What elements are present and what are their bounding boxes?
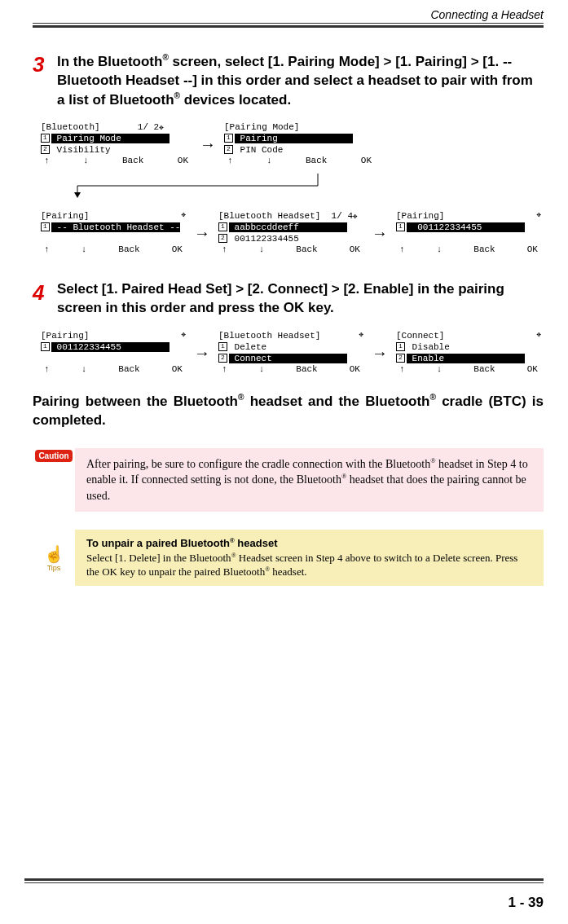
step-body: In the Bluetooth® screen, select [1. Pai… bbox=[57, 52, 544, 109]
dpad-icon: ✥ bbox=[359, 331, 363, 340]
arrow-right-icon: → bbox=[367, 224, 393, 243]
footer-rules bbox=[24, 878, 544, 883]
menu-item-selected: Connect bbox=[229, 354, 347, 363]
arrow-right-icon: → bbox=[189, 224, 215, 243]
screen-title: [Bluetooth] 1/ 2 bbox=[41, 122, 159, 132]
softkey-up: ↑ bbox=[44, 364, 50, 376]
screen-title: [Connect] bbox=[396, 331, 444, 341]
tip-box: ☝ Tips To unpair a paired Bluetooth® hea… bbox=[33, 530, 544, 586]
menu-item: Visibility bbox=[51, 145, 111, 155]
menu-item-selected: 001122334455 bbox=[407, 222, 525, 232]
item-index: 1 bbox=[224, 134, 233, 143]
softkey-down: ↓ bbox=[437, 244, 443, 256]
screen-title: [Pairing] bbox=[41, 211, 89, 221]
tip-badge: ☝ Tips bbox=[33, 530, 75, 586]
rule-thin bbox=[33, 23, 544, 24]
item-index: 1 bbox=[396, 342, 405, 351]
step-body: Select [1. Paired Head Set] > [2. Connec… bbox=[57, 280, 544, 318]
menu-item: Disable bbox=[407, 342, 450, 352]
item-index: 1 bbox=[218, 222, 227, 231]
softkey-up: ↑ bbox=[399, 244, 405, 256]
page-header: Connecting a Headset bbox=[33, 0, 544, 21]
softkey-ok: OK bbox=[172, 364, 183, 376]
screen-row-a: [Bluetooth] 1/ 2✥ 1 Pairing Mode 2 Visib… bbox=[33, 122, 544, 167]
softkey-back: Back bbox=[473, 244, 495, 256]
flow-connector bbox=[41, 174, 544, 198]
arrow-right-icon: → bbox=[367, 344, 393, 363]
screen-pairing-mode: [Pairing Mode] 1 Pairing 2 PIN Code ↑ ↓ … bbox=[224, 122, 375, 167]
dpad-icon: ✥ bbox=[182, 211, 186, 220]
softkey-down: ↓ bbox=[81, 244, 87, 256]
softkey-up: ↑ bbox=[44, 156, 50, 167]
softkey-back: Back bbox=[296, 364, 317, 376]
softkey-up: ↑ bbox=[44, 244, 50, 256]
screen-bluetooth: [Bluetooth] 1/ 2✥ 1 Pairing Mode 2 Visib… bbox=[41, 122, 192, 167]
caution-badge: Caution bbox=[33, 448, 75, 513]
arrow-right-icon: → bbox=[195, 135, 221, 154]
completion-text: Pairing between the Bluetooth® headset a… bbox=[33, 392, 544, 430]
screen-headset-menu: [Bluetooth Headset]✥ 1 Delete 2 Connect … bbox=[218, 331, 363, 376]
softkey-up: ↑ bbox=[227, 156, 233, 167]
softkey-down: ↓ bbox=[259, 364, 265, 376]
caution-box: Caution After pairing, be sure to config… bbox=[33, 448, 544, 513]
item-index: 1 bbox=[41, 342, 50, 351]
screen-title: [Bluetooth Headset] bbox=[218, 331, 320, 341]
screen-row-b: [Pairing]✥ 1 -- Bluetooth Headset -- ↑ ↓… bbox=[33, 211, 544, 256]
step-number: 3 bbox=[33, 52, 57, 109]
softkey-down: ↓ bbox=[266, 156, 272, 167]
dpad-icon: ✥ bbox=[537, 331, 541, 340]
softkey-back: Back bbox=[296, 244, 317, 256]
caution-label: Caution bbox=[35, 450, 72, 462]
screen-row-c: [Pairing]✥ 1 001122334455 ↑ ↓ Back OK → … bbox=[33, 331, 544, 376]
softkey-back: Back bbox=[118, 364, 139, 376]
softkey-ok: OK bbox=[527, 364, 538, 376]
menu-item: Delete bbox=[229, 342, 266, 352]
item-index: 2 bbox=[224, 145, 233, 154]
item-index: 1 bbox=[41, 222, 50, 231]
dpad-icon: ✥ bbox=[537, 211, 541, 220]
softkey-down: ↓ bbox=[437, 364, 443, 376]
softkey-up: ↑ bbox=[399, 364, 405, 376]
dpad-icon: ✥ bbox=[159, 124, 163, 133]
tip-body: To unpair a paired Bluetooth® headset Se… bbox=[75, 530, 544, 586]
softkey-ok: OK bbox=[361, 156, 372, 167]
softkey-down: ↓ bbox=[81, 364, 87, 376]
page-number: 1 - 39 bbox=[509, 895, 544, 911]
menu-item: PIN Code bbox=[235, 145, 283, 155]
item-index: 1 bbox=[218, 342, 227, 351]
caution-text: After pairing, be sure to configure the … bbox=[75, 448, 544, 513]
dpad-icon: ✥ bbox=[182, 331, 186, 340]
softkey-back: Back bbox=[118, 244, 139, 256]
step-number: 4 bbox=[33, 280, 57, 318]
step-3: 3 In the Bluetooth® screen, select [1. P… bbox=[33, 52, 544, 109]
softkey-back: Back bbox=[122, 156, 143, 167]
screen-title: [Pairing] bbox=[41, 331, 89, 341]
menu-item-selected: -- Bluetooth Headset -- bbox=[51, 222, 180, 232]
screen-title: [Bluetooth Headset] 1/ 4 bbox=[218, 211, 353, 221]
menu-item-selected: Pairing bbox=[235, 134, 353, 143]
screen-connect: [Connect]✥ 1 Disable 2 Enable ↑ ↓ Back O… bbox=[396, 331, 541, 376]
softkey-up: ↑ bbox=[222, 244, 227, 256]
softkey-down: ↓ bbox=[259, 244, 265, 256]
svg-marker-3 bbox=[74, 192, 81, 198]
softkey-back: Back bbox=[473, 364, 495, 376]
softkey-ok: OK bbox=[527, 244, 538, 256]
dpad-icon: ✥ bbox=[353, 213, 357, 222]
softkey-ok: OK bbox=[350, 244, 360, 256]
screen-title: [Pairing Mode] bbox=[224, 122, 375, 134]
softkey-ok: OK bbox=[172, 244, 183, 256]
menu-item-selected: Pairing Mode bbox=[51, 134, 170, 143]
screen-paired: [Pairing]✥ 1 001122334455 ↑ ↓ Back OK bbox=[396, 211, 541, 256]
item-index: 2 bbox=[218, 354, 227, 363]
menu-item-selected: 001122334455 bbox=[51, 342, 170, 352]
hand-icon: ☝ bbox=[44, 544, 64, 564]
item-index: 2 bbox=[218, 234, 227, 243]
menu-item-selected: Enable bbox=[407, 354, 525, 363]
softkey-ok: OK bbox=[350, 364, 360, 376]
item-index: 1 bbox=[41, 134, 50, 143]
screen-title: [Pairing] bbox=[396, 211, 444, 221]
item-index: 1 bbox=[396, 222, 405, 231]
rule-thick bbox=[33, 25, 544, 28]
screen-headset-list: [Bluetooth Headset] 1/ 4✥ 1 aabbccddeeff… bbox=[218, 211, 363, 256]
step-4: 4 Select [1. Paired Head Set] > [2. Conn… bbox=[33, 280, 544, 318]
